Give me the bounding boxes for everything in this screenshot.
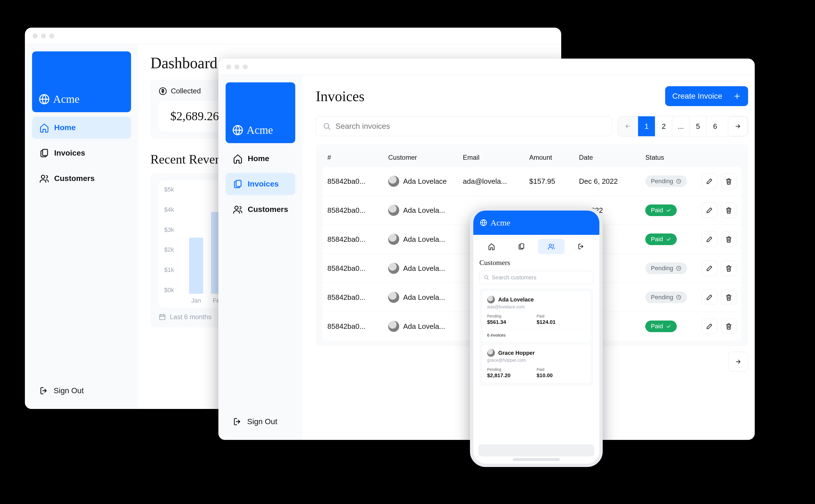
- arrow-right-icon: [735, 358, 741, 365]
- collected-label: Collected: [171, 87, 201, 95]
- pending-label: Pending: [487, 314, 536, 318]
- edit-button[interactable]: [702, 232, 717, 247]
- signout-label: Sign Out: [247, 417, 277, 426]
- edit-icon: [706, 236, 713, 243]
- customer-card[interactable]: Ada Lovelaceada@lovelace.comPending$561.…: [482, 291, 591, 342]
- trash-icon: [725, 207, 732, 214]
- edit-icon: [706, 323, 713, 330]
- svg-point-7: [235, 206, 238, 209]
- page-prev[interactable]: [618, 116, 638, 136]
- phone-bottom-bar: [478, 444, 594, 456]
- edit-button[interactable]: [702, 261, 717, 276]
- arrow-left-icon: [625, 123, 631, 130]
- clock-icon: [676, 266, 682, 271]
- row-actions: [692, 290, 737, 305]
- mobile-customers-view: Acme Customers Search customers Ada Love…: [470, 207, 603, 467]
- sidebar-item-customers[interactable]: Customers: [225, 198, 295, 221]
- delete-button[interactable]: [721, 232, 737, 247]
- page-number[interactable]: 1: [638, 116, 655, 136]
- users-icon: [233, 204, 243, 214]
- col-email: Email: [463, 154, 526, 161]
- sidebar-item-home[interactable]: Home: [32, 117, 131, 139]
- sidebar-item-invoices[interactable]: Invoices: [32, 142, 131, 164]
- paid-label: Paid: [537, 314, 586, 318]
- sidebar: Acme Home Invoices Customers: [218, 75, 302, 440]
- customer-email: ada@lovelace.com: [487, 305, 586, 309]
- y-axis-labels: $5k $4k $3k $2k $1k $0k: [164, 186, 174, 294]
- svg-point-2: [41, 175, 45, 179]
- date-cell: Dec 6, 2022: [579, 177, 643, 186]
- page-number[interactable]: 2: [655, 116, 672, 136]
- delete-button[interactable]: [721, 174, 737, 189]
- table-row: 85842ba0...Ada Lovelaceada@lovela...$157…: [322, 167, 741, 196]
- create-invoice-label: Create Invoice: [672, 92, 722, 101]
- search-input[interactable]: [335, 122, 605, 131]
- col-date: Date: [579, 154, 643, 161]
- sidebar-item-label: Invoices: [54, 149, 85, 157]
- paid-label: Paid: [537, 367, 586, 372]
- globe-icon: [39, 94, 50, 105]
- edit-button[interactable]: [702, 319, 717, 334]
- page-title: Customers: [480, 259, 593, 267]
- avatar: [487, 349, 495, 357]
- window-control-dot[interactable]: [49, 33, 54, 38]
- chart-footer: Last 6 months: [170, 313, 211, 321]
- pending-value: $561.34: [487, 319, 536, 325]
- col-status: Status: [645, 154, 690, 161]
- nav-home[interactable]: [478, 239, 505, 254]
- customer-name: Ada Lovela...: [403, 206, 445, 215]
- avatar: [388, 205, 399, 216]
- window-control-dot[interactable]: [234, 64, 239, 69]
- delete-button[interactable]: [721, 319, 737, 334]
- sidebar-item-customers[interactable]: Customers: [32, 167, 131, 190]
- row-actions: [692, 261, 737, 276]
- globe-icon: [232, 125, 243, 136]
- window-control-dot[interactable]: [33, 33, 38, 38]
- svg-point-14: [549, 244, 552, 246]
- customer-cell: Ada Lovela...: [388, 321, 460, 332]
- page-number[interactable]: 6: [706, 116, 724, 136]
- status-badge: Paid: [645, 233, 677, 245]
- sidebar-item-label: Customers: [248, 205, 288, 214]
- window-control-dot[interactable]: [41, 33, 46, 38]
- sidebar-item-label: Invoices: [248, 180, 279, 188]
- edit-button[interactable]: [702, 290, 717, 305]
- delete-button[interactable]: [721, 261, 737, 276]
- status-cell: Pending: [645, 175, 690, 187]
- window-control-dot[interactable]: [226, 64, 231, 69]
- window-control-dot[interactable]: [243, 64, 248, 69]
- sidebar-item-home[interactable]: Home: [225, 148, 295, 170]
- next-page-button[interactable]: [728, 352, 748, 372]
- page-ellipsis: ...: [672, 116, 689, 136]
- delete-button[interactable]: [721, 203, 737, 218]
- check-icon: [666, 237, 671, 242]
- customer-email: grace@hopper.com: [487, 358, 586, 363]
- nav-signout[interactable]: [568, 239, 594, 254]
- page-number[interactable]: 5: [689, 116, 706, 136]
- customer-name: Ada Lovela...: [403, 293, 445, 302]
- document-duplicate-icon: [39, 148, 49, 158]
- edit-button[interactable]: [702, 203, 717, 218]
- signout-button[interactable]: Sign Out: [225, 411, 295, 433]
- customer-name: Grace Hopper: [498, 350, 535, 356]
- sidebar-item-invoices[interactable]: Invoices: [225, 173, 295, 195]
- page-title: Invoices: [316, 88, 364, 104]
- customer-name: Ada Lovela...: [403, 235, 445, 244]
- status-cell: Paid: [645, 233, 690, 245]
- customer-cell: Ada Lovela...: [388, 234, 460, 245]
- edit-icon: [706, 178, 713, 185]
- nav-customers[interactable]: [538, 239, 565, 254]
- delete-button[interactable]: [721, 290, 737, 305]
- signout-button[interactable]: Sign Out: [32, 380, 131, 402]
- nav-invoices[interactable]: [508, 239, 535, 254]
- customer-cell: Ada Lovela...: [388, 263, 460, 274]
- search-customers[interactable]: Search customers: [480, 271, 593, 284]
- create-invoice-button[interactable]: Create Invoice: [665, 86, 748, 106]
- search-icon: [322, 122, 331, 130]
- search-invoices[interactable]: [316, 116, 612, 136]
- arrow-right-icon: [735, 123, 741, 130]
- page-next[interactable]: [728, 116, 748, 136]
- invoice-count: 6 invoices: [487, 329, 586, 337]
- customer-card[interactable]: Grace Hoppergrace@hopper.comPending$2,81…: [482, 345, 591, 383]
- edit-button[interactable]: [702, 174, 717, 189]
